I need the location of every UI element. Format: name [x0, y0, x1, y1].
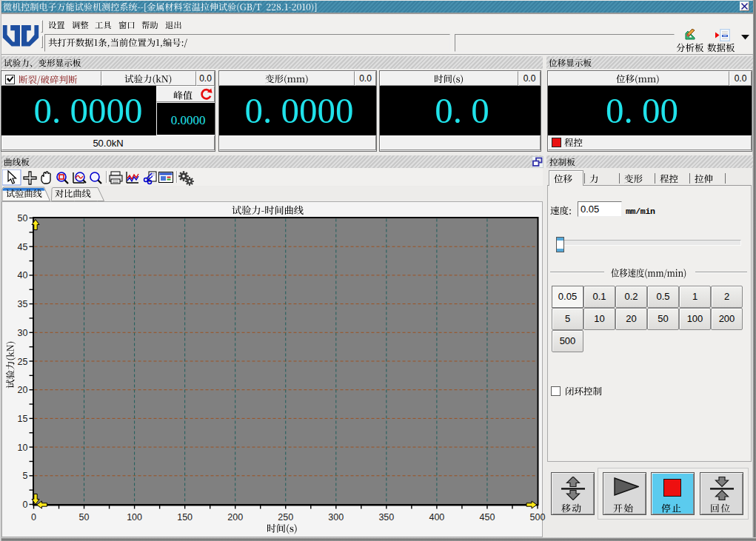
svg-text:15: 15 [18, 414, 28, 424]
svg-text:500: 500 [530, 512, 546, 522]
svg-text:25: 25 [18, 357, 28, 367]
svg-text:350: 350 [378, 512, 394, 522]
svg-text:400: 400 [429, 512, 444, 522]
svg-text:5: 5 [23, 471, 28, 481]
svg-text:45: 45 [18, 242, 28, 252]
svg-text:35: 35 [18, 299, 28, 309]
svg-text:450: 450 [480, 512, 495, 522]
svg-text:250: 250 [278, 512, 293, 522]
svg-text:10: 10 [18, 443, 28, 453]
svg-text:50: 50 [79, 512, 90, 522]
svg-text:0: 0 [23, 500, 28, 510]
svg-text:40: 40 [18, 270, 28, 280]
svg-text:0: 0 [31, 512, 36, 522]
svg-text:20: 20 [18, 385, 28, 395]
svg-text:50: 50 [18, 213, 28, 224]
svg-text:200: 200 [227, 512, 243, 522]
svg-text:150: 150 [177, 512, 193, 522]
svg-text:300: 300 [328, 512, 344, 522]
svg-text:30: 30 [18, 328, 28, 338]
svg-text:100: 100 [127, 512, 142, 522]
